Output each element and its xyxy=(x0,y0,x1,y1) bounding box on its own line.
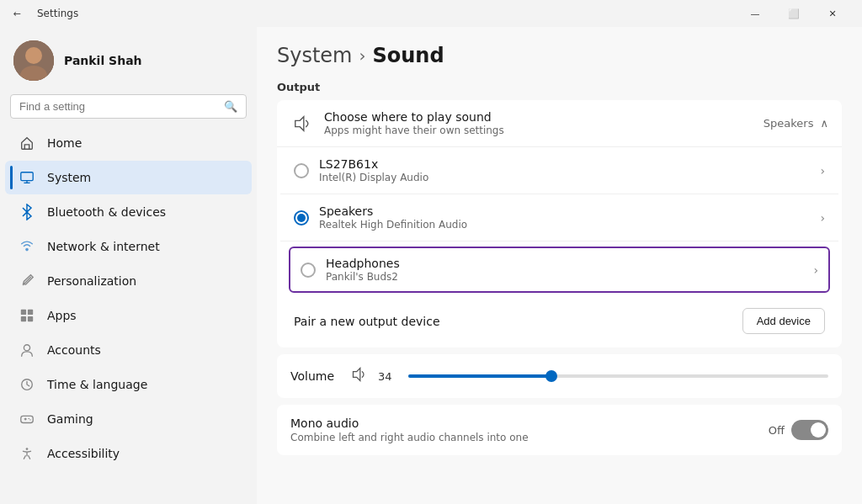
chevron-up-icon: ∧ xyxy=(820,117,828,130)
svg-rect-4 xyxy=(21,310,26,315)
radio-selected-dot xyxy=(297,214,306,222)
device-label-headphones: Headphones xyxy=(326,257,803,270)
device-text-speakers: Speakers Realtek High Definition Audio xyxy=(319,204,810,231)
user-profile[interactable]: Pankil Shah xyxy=(0,30,257,94)
output-expanded-label: Speakers ∧ xyxy=(764,117,828,130)
add-device-button[interactable]: Add device xyxy=(742,308,825,334)
search-icon: 🔍 xyxy=(224,100,237,113)
device-label-speakers: Speakers xyxy=(319,204,810,218)
personalization-label: Personalization xyxy=(47,274,136,288)
app-body: Pankil Shah 🔍 Home xyxy=(0,27,862,504)
choose-output-label: Choose where to play sound xyxy=(324,110,753,124)
time-icon xyxy=(19,376,35,393)
content-area: System › Sound Output Choose where to pl… xyxy=(257,27,862,504)
maximize-button[interactable]: ⬜ xyxy=(774,0,813,27)
sidebar-item-accounts[interactable]: Accounts xyxy=(5,333,252,367)
sidebar-item-home[interactable]: Home xyxy=(5,126,252,160)
device-text-headphones: Headphones Pankil's Buds2 xyxy=(326,257,803,283)
chevron-right-icon-headphones: › xyxy=(813,263,818,277)
mono-audio-label: Mono audio xyxy=(290,416,758,430)
toggle-knob xyxy=(811,422,826,438)
sidebar-item-system[interactable]: System xyxy=(5,161,252,194)
bluetooth-icon xyxy=(19,204,35,220)
titlebar-nav: ← Settings xyxy=(10,7,78,20)
sidebar-item-time[interactable]: Time & language xyxy=(5,368,252,401)
mono-audio-card: Mono audio Combine left and right audio … xyxy=(277,405,842,455)
radio-ls27[interactable] xyxy=(294,163,309,178)
sidebar-item-bluetooth[interactable]: Bluetooth & devices xyxy=(5,195,252,229)
window-controls: — ⬜ ✕ xyxy=(736,0,852,27)
choose-output-text: Choose where to play sound Apps might ha… xyxy=(324,110,753,136)
volume-value: 34 xyxy=(378,370,398,383)
output-device-list: LS27B61x Intel(R) Display Audio › Speake… xyxy=(277,147,842,347)
accounts-icon xyxy=(19,342,35,358)
device-sub-speakers: Realtek High Definition Audio xyxy=(319,219,810,231)
sidebar-item-apps[interactable]: Apps xyxy=(5,299,252,332)
svg-point-11 xyxy=(29,418,29,419)
svg-rect-6 xyxy=(21,316,26,321)
svg-marker-15 xyxy=(354,369,360,381)
output-card: Choose where to play sound Apps might ha… xyxy=(277,100,842,347)
avatar xyxy=(13,40,54,81)
time-label: Time & language xyxy=(47,378,147,391)
svg-rect-10 xyxy=(21,416,33,422)
breadcrumb-separator: › xyxy=(359,45,366,66)
volume-slider-fill xyxy=(408,374,551,378)
mono-audio-sub: Combine left and right audio channels in… xyxy=(290,432,758,443)
titlebar: ← Settings — ⬜ ✕ xyxy=(0,0,862,27)
accessibility-icon xyxy=(19,445,35,462)
search-box[interactable]: 🔍 xyxy=(10,94,247,119)
breadcrumb: System › Sound xyxy=(277,44,842,67)
sidebar-item-network[interactable]: Network & internet xyxy=(5,230,252,263)
device-row-headphones[interactable]: Headphones Pankil's Buds2 › xyxy=(289,247,830,293)
svg-point-8 xyxy=(24,345,29,351)
app-title: Settings xyxy=(37,8,78,19)
apps-label: Apps xyxy=(47,309,77,322)
sidebar-item-gaming[interactable]: Gaming xyxy=(5,402,252,436)
back-button[interactable]: ← xyxy=(10,7,24,20)
network-icon xyxy=(19,238,35,255)
system-icon xyxy=(19,169,35,186)
volume-icon xyxy=(351,366,368,386)
volume-card: Volume 34 xyxy=(277,354,842,398)
search-input[interactable] xyxy=(19,100,224,113)
nav-menu: Home System Bluetooth & devices xyxy=(0,125,257,471)
home-label: Home xyxy=(47,136,82,150)
device-text-ls27: LS27B61x Intel(R) Display Audio xyxy=(319,157,810,183)
breadcrumb-current: Sound xyxy=(373,44,444,67)
device-row-ls27[interactable]: LS27B61x Intel(R) Display Audio › xyxy=(280,147,838,194)
mono-audio-text: Mono audio Combine left and right audio … xyxy=(290,416,758,443)
accounts-label: Accounts xyxy=(47,343,101,357)
output-section-title: Output xyxy=(277,81,842,93)
home-icon xyxy=(19,135,35,151)
svg-rect-5 xyxy=(28,310,33,315)
choose-output-row[interactable]: Choose where to play sound Apps might ha… xyxy=(277,100,842,147)
volume-slider-wrap xyxy=(408,374,828,378)
apps-icon xyxy=(19,307,35,324)
personalization-icon xyxy=(19,273,35,289)
radio-headphones[interactable] xyxy=(301,263,316,278)
pair-device-label: Pair a new output device xyxy=(294,315,440,328)
minimize-button[interactable]: — xyxy=(736,0,774,27)
device-row-speakers[interactable]: Speakers Realtek High Definition Audio › xyxy=(280,194,838,241)
sidebar-item-personalization[interactable]: Personalization xyxy=(5,264,252,298)
volume-slider-track[interactable] xyxy=(408,374,828,378)
svg-point-1 xyxy=(25,47,42,64)
network-label: Network & internet xyxy=(47,240,160,253)
svg-point-13 xyxy=(26,448,29,450)
svg-rect-7 xyxy=(28,316,33,321)
sidebar-item-accessibility[interactable]: Accessibility xyxy=(5,437,252,470)
bluetooth-label: Bluetooth & devices xyxy=(47,205,166,219)
gaming-label: Gaming xyxy=(47,412,93,426)
avatar-image xyxy=(13,40,54,81)
choose-output-sub: Apps might have their own settings xyxy=(324,125,753,136)
close-button[interactable]: ✕ xyxy=(813,0,852,27)
mono-audio-toggle[interactable] xyxy=(791,420,828,440)
device-label-ls27: LS27B61x xyxy=(319,157,810,171)
radio-speakers[interactable] xyxy=(294,210,309,225)
chevron-right-icon-speakers: › xyxy=(820,211,825,225)
volume-slider-thumb[interactable] xyxy=(545,370,557,382)
pair-device-row: Pair a new output device Add device xyxy=(280,298,838,344)
svg-marker-14 xyxy=(295,116,304,130)
system-label: System xyxy=(47,171,91,184)
